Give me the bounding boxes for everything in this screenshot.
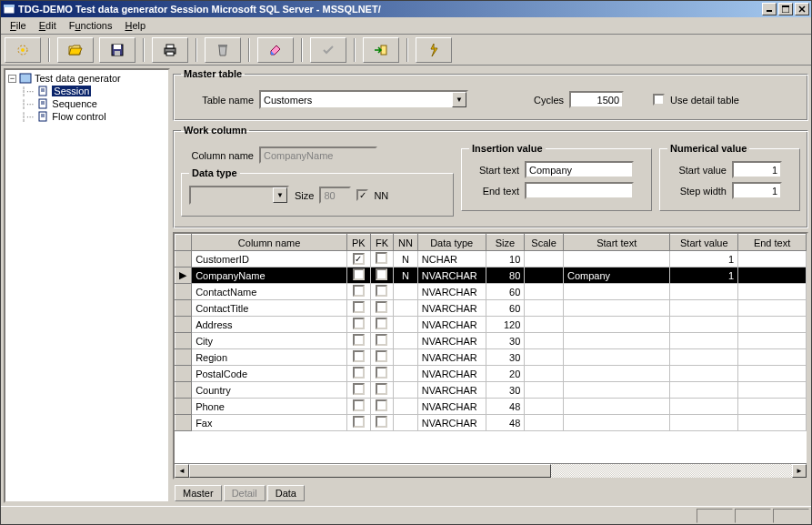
- row-header[interactable]: [175, 333, 192, 349]
- tree-item-flow-control[interactable]: ┆···Flow control: [20, 110, 166, 123]
- delete-button[interactable]: [205, 37, 241, 63]
- import-button[interactable]: [363, 37, 399, 63]
- tab-detail[interactable]: Detail: [224, 485, 266, 501]
- col-header[interactable]: Start value: [670, 235, 738, 251]
- row-header[interactable]: [175, 382, 192, 399]
- table-row[interactable]: CustomerID✓NNCHAR101: [175, 251, 807, 268]
- col-header[interactable]: Column name: [192, 235, 347, 251]
- grid-checkbox[interactable]: [353, 334, 365, 346]
- menu-file[interactable]: File: [5, 18, 32, 33]
- table-row[interactable]: CityNVARCHAR30: [175, 333, 807, 349]
- grid-checkbox[interactable]: [353, 318, 365, 329]
- menu-help[interactable]: Help: [119, 18, 151, 33]
- table-row[interactable]: FaxNVARCHAR48: [175, 415, 807, 431]
- grid-checkbox[interactable]: [376, 318, 387, 329]
- horizontal-scrollbar[interactable]: ◄ ►: [175, 463, 807, 478]
- check-button[interactable]: [310, 37, 346, 63]
- tree-panel[interactable]: − Test data generator ┆···Session┆···Seq…: [4, 68, 170, 503]
- table-row[interactable]: ▶CompanyNameNNVARCHAR80Company1: [175, 268, 807, 284]
- page-icon: [36, 98, 49, 109]
- tab-data[interactable]: Data: [267, 485, 305, 501]
- collapse-icon[interactable]: −: [8, 75, 16, 83]
- erase-button[interactable]: [257, 37, 294, 63]
- table-row[interactable]: RegionNVARCHAR30: [175, 349, 807, 366]
- menu-functions[interactable]: Functions: [64, 18, 118, 33]
- open-button[interactable]: [57, 37, 94, 63]
- row-header[interactable]: [175, 284, 192, 300]
- row-header[interactable]: [175, 415, 192, 431]
- execute-button[interactable]: [416, 37, 452, 63]
- cycles-input[interactable]: [569, 91, 624, 108]
- maximize-button[interactable]: [778, 3, 793, 15]
- print-button[interactable]: [152, 37, 188, 63]
- grid-checkbox[interactable]: [353, 383, 365, 395]
- row-header[interactable]: ▶: [175, 268, 192, 284]
- end-text-input[interactable]: [525, 182, 634, 199]
- columns-grid[interactable]: Column namePKFKNNData typeSizeScaleStart…: [173, 232, 808, 480]
- col-header[interactable]: End text: [738, 235, 807, 251]
- start-value-input[interactable]: [732, 161, 782, 178]
- tab-master[interactable]: Master: [175, 485, 222, 501]
- col-header[interactable]: FK: [370, 235, 394, 251]
- row-header[interactable]: [175, 349, 192, 366]
- row-header[interactable]: [175, 317, 192, 333]
- col-header[interactable]: Size: [486, 235, 525, 251]
- minimize-button[interactable]: [762, 3, 777, 15]
- grid-checkbox[interactable]: [376, 334, 387, 346]
- col-header[interactable]: PK: [347, 235, 371, 251]
- grid-checkbox[interactable]: [353, 285, 365, 297]
- grid-checkbox[interactable]: [376, 367, 387, 379]
- grid-checkbox[interactable]: [353, 301, 365, 313]
- svg-rect-17: [20, 74, 31, 83]
- grid-checkbox[interactable]: [376, 383, 387, 395]
- grid-checkbox[interactable]: [376, 301, 387, 313]
- grid-checkbox[interactable]: [376, 268, 387, 280]
- col-header[interactable]: NN: [394, 235, 418, 251]
- grid-checkbox[interactable]: [376, 399, 387, 411]
- table-row[interactable]: ContactTitleNVARCHAR60: [175, 300, 807, 317]
- start-text-label: Start text: [469, 165, 519, 176]
- row-header[interactable]: [175, 366, 192, 382]
- work-column-group: Work column Column name Data type: [173, 125, 808, 228]
- table-row[interactable]: PhoneNVARCHAR48: [175, 399, 807, 415]
- row-header[interactable]: [175, 399, 192, 415]
- table-row[interactable]: PostalCodeNVARCHAR20: [175, 366, 807, 382]
- grid-checkbox[interactable]: [353, 399, 365, 411]
- col-header[interactable]: Data type: [417, 235, 486, 251]
- table-name-dropdown[interactable]: Customers ▼: [259, 90, 468, 109]
- save-button[interactable]: [99, 37, 135, 63]
- scroll-left-button[interactable]: ◄: [175, 464, 189, 478]
- col-header[interactable]: Scale: [525, 235, 564, 251]
- grid-checkbox[interactable]: [376, 285, 387, 297]
- row-header[interactable]: [175, 251, 192, 268]
- use-detail-checkbox[interactable]: [653, 94, 665, 106]
- window-title: TDG-DEMO Test data generator Session Mic…: [18, 4, 762, 15]
- generator-icon: [19, 73, 32, 84]
- tree-item-session[interactable]: ┆···Session: [20, 85, 166, 97]
- table-row[interactable]: AddressNVARCHAR120: [175, 317, 807, 333]
- scroll-thumb[interactable]: [189, 464, 551, 478]
- grid-checkbox[interactable]: [376, 252, 387, 264]
- grid-checkbox[interactable]: [353, 350, 365, 362]
- grid-checkbox[interactable]: [353, 416, 365, 428]
- new-button[interactable]: [5, 37, 41, 63]
- scroll-right-button[interactable]: ►: [792, 464, 807, 478]
- table-row[interactable]: ContactNameNVARCHAR60: [175, 284, 807, 300]
- work-column-legend: Work column: [181, 125, 249, 136]
- start-text-input[interactable]: [525, 161, 634, 178]
- col-header[interactable]: Start text: [563, 235, 669, 251]
- row-header[interactable]: [175, 300, 192, 317]
- step-width-input[interactable]: [732, 182, 782, 199]
- tree-root[interactable]: − Test data generator: [7, 72, 166, 85]
- grid-checkbox[interactable]: ✓: [353, 253, 365, 265]
- chevron-down-icon[interactable]: ▼: [452, 92, 466, 107]
- nn-label: NN: [374, 190, 388, 201]
- grid-checkbox[interactable]: [353, 367, 365, 379]
- grid-checkbox[interactable]: [376, 416, 387, 428]
- tree-item-sequence[interactable]: ┆···Sequence: [20, 97, 166, 110]
- menu-edit[interactable]: Edit: [34, 18, 62, 33]
- table-row[interactable]: CountryNVARCHAR30: [175, 382, 807, 399]
- grid-checkbox[interactable]: [376, 350, 387, 362]
- close-button[interactable]: [795, 3, 809, 15]
- grid-checkbox[interactable]: [353, 268, 365, 280]
